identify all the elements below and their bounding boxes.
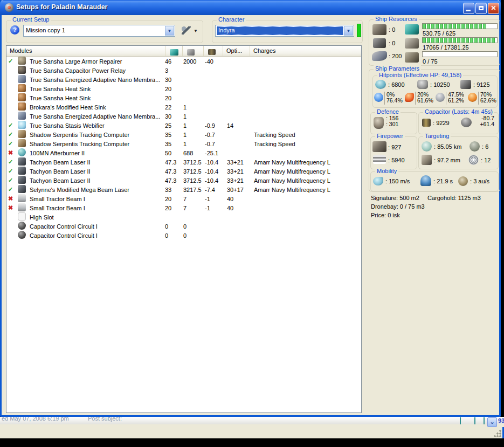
warp-speed-icon [458, 176, 468, 186]
module-name: Brokara's Modified Heat Sink [30, 104, 161, 111]
module-row[interactable]: Capacitor Control Circuit I00 [6, 231, 361, 240]
calibration-value: 200 [389, 53, 402, 59]
explosive-resists: 70% 62.6% [480, 92, 496, 104]
help-icon[interactable]: ? [10, 25, 19, 35]
capacitor-group: Capacitor (Lasts: 4m 45s) 9229 -80.7 +61… [418, 112, 499, 134]
module-name: Tachyon Beam Laser II [30, 177, 161, 184]
laser-module-icon [18, 167, 26, 175]
module-name: True Sansha Capacitor Power Relay [30, 67, 161, 74]
module-row[interactable]: True Sansha Heat Sink20 [6, 93, 361, 102]
module-row[interactable]: ✓Selynne's Modified Mega Beam Laser33321… [6, 185, 361, 194]
module-capacitor: -0.7 [205, 141, 224, 147]
defence-icon [374, 117, 384, 129]
scrollbar-down-button[interactable]: ⌄ [487, 417, 497, 427]
divider [446, 92, 446, 105]
thermal-resists: 20% 61.6% [417, 92, 433, 104]
module-row[interactable]: ✖100MN Afterburner II50688-25.1 [6, 148, 361, 157]
column-header-optimal[interactable]: Opti... [223, 46, 250, 56]
shield-icon [375, 80, 386, 89]
module-row[interactable]: True Sansha Capacitor Power Relay3 [6, 66, 361, 75]
signature-radius-value: 12 [481, 157, 491, 163]
module-powergrid: 0 [183, 232, 203, 239]
turret-hardpoints-value: 0 [389, 26, 395, 33]
signature-radius-icon [468, 155, 479, 165]
module-cpu: 33 [165, 187, 183, 193]
module-row[interactable]: ✓Tachyon Beam Laser II47.33712.5-10.433+… [6, 176, 361, 185]
fit-invalid-icon: ✖ [6, 149, 18, 156]
module-row[interactable]: True Sansha Energized Adaptive Nano Memb… [6, 112, 361, 121]
module-powergrid: 1 [183, 132, 203, 138]
targeting-label: Targeting [423, 133, 451, 139]
titlebar[interactable]: Setups for Paladin Marauder ✕ [0, 0, 501, 15]
module-powergrid: 3712.5 [183, 159, 203, 166]
heatsink-module-icon [18, 102, 26, 111]
module-row[interactable]: ✖Small Tractor Beam I207-140 [6, 194, 361, 203]
dronebay-bar-value: 0 / 75 [423, 58, 438, 65]
ship-resources-label: Ship Resources [374, 16, 419, 22]
powergrid-icon [405, 38, 419, 49]
module-powergrid: 1 [183, 113, 203, 120]
column-header-charges[interactable]: Charges [250, 46, 361, 56]
character-status-indicator [357, 24, 361, 37]
module-capacitor: -25.1 [205, 150, 224, 156]
module-cpu: 3 [165, 67, 183, 74]
module-powergrid: 1 [183, 122, 203, 129]
module-row[interactable]: ✓Shadow Serpentis Tracking Computer351-0… [6, 139, 361, 148]
fit-valid-icon: ✓ [6, 168, 18, 175]
column-header-cpu[interactable] [165, 46, 183, 56]
modules-table: Modules Opti... Charges ✓True Sansha Lar… [6, 45, 362, 413]
module-name: True Sansha Stasis Webifier [30, 122, 161, 129]
powergrid-bar [422, 37, 498, 43]
setup-dropdown[interactable]: Mission copy 1 ▼ [23, 25, 175, 37]
defence-group: Defence 156 301 [370, 112, 417, 134]
module-powergrid: 1 [183, 104, 203, 111]
column-header-powergrid[interactable] [183, 46, 204, 56]
column-header-capacitor[interactable] [204, 46, 223, 56]
fit-valid-icon: ✓ [6, 159, 18, 166]
capacitor-flux-values: -80.7 +61.4 [474, 115, 494, 127]
module-powergrid: 3217.5 [183, 187, 203, 193]
tools-menu-button[interactable]: ▼ [181, 25, 202, 36]
powergrid-bar-value: 17065 / 17381.25 [423, 44, 469, 51]
chevron-down-icon[interactable]: ▼ [344, 26, 353, 36]
module-row[interactable]: ✓Tachyon Beam Laser II47.33712.5-10.433+… [6, 167, 361, 176]
laser-module-icon [18, 185, 26, 193]
module-row[interactable]: ✖Small Tractor Beam I207-140 [6, 203, 361, 212]
module-row[interactable]: ✓True Sansha Large Armor Repairer462000-… [6, 57, 361, 66]
character-dropdown[interactable]: Indyra ▼ [215, 25, 354, 37]
module-optimal: 33+21 [227, 159, 252, 166]
module-row[interactable]: True Sansha Energized Adaptive Nano Memb… [6, 75, 361, 84]
app-icon [5, 3, 13, 12]
module-row[interactable]: True Sansha Heat Sink20 [6, 84, 361, 93]
module-cpu: 20 [165, 196, 183, 202]
max-targets-value: 6 [482, 143, 488, 150]
targeting-range-icon [422, 141, 432, 152]
firepower-group: Firepower 927 5940 [370, 136, 417, 169]
align-time-icon [420, 175, 431, 186]
chevron-down-icon[interactable]: ▼ [165, 26, 174, 36]
column-header-modules[interactable]: Modules [6, 46, 165, 56]
divider [474, 417, 475, 424]
module-cpu: 20 [165, 205, 183, 211]
slot-module-icon [18, 212, 26, 221]
module-row[interactable]: Brokara's Modified Heat Sink221 [6, 102, 361, 112]
fit-invalid-icon: ✖ [6, 195, 18, 202]
module-row[interactable]: ✓Shadow Serpentis Tracking Computer351-0… [6, 130, 361, 139]
powergrid-icon [187, 49, 195, 56]
firepower-label: Firepower [375, 133, 405, 139]
module-row[interactable]: Capacitor Control Circuit I00 [6, 222, 361, 231]
module-row[interactable]: High Slot [6, 212, 361, 222]
maximize-button[interactable] [475, 3, 487, 14]
close-button[interactable]: ✕ [488, 3, 499, 14]
minimize-button[interactable] [463, 3, 474, 14]
divider [384, 92, 385, 105]
resize-grip[interactable] [494, 429, 502, 437]
module-row[interactable]: ✓True Sansha Stasis Webifier251-0.914 [6, 121, 361, 130]
module-row[interactable]: ✓Tachyon Beam Laser II47.33712.5-10.433+… [6, 157, 361, 167]
module-charge: Amarr Navy Multifrequency L [254, 187, 330, 193]
tractor-module-icon [18, 194, 26, 202]
module-charge: Tracking Speed [254, 141, 295, 147]
ab-module-icon [18, 148, 26, 156]
cap-recharge-icon [461, 118, 472, 127]
module-capacitor: -0.7 [205, 132, 224, 138]
